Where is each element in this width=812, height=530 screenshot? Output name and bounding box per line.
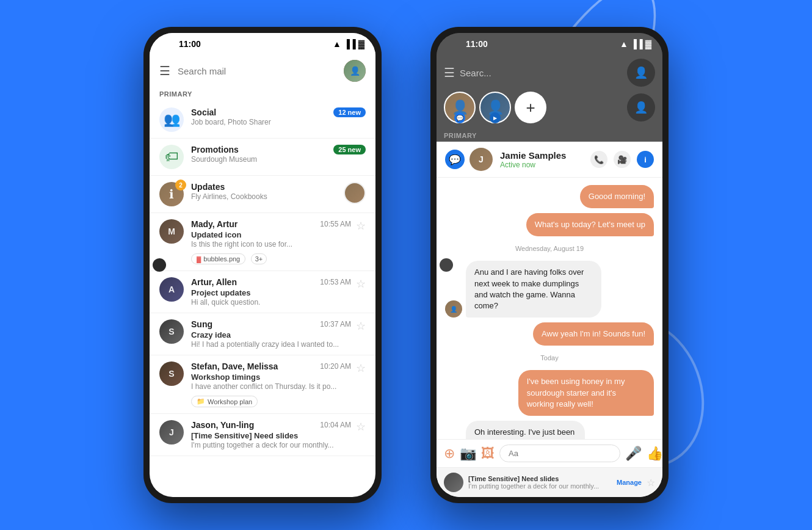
email-sung[interactable]: S Sung 10:37 AM Crazy idea Hi! I had a p… <box>150 313 375 355</box>
attachment-row-mady: ▓ bubbles.png 3+ <box>191 251 351 264</box>
star-icon-mady[interactable]: ☆ <box>356 219 366 233</box>
chat-avatar-init: J <box>479 154 484 164</box>
notch-circle <box>153 258 166 272</box>
email-jason[interactable]: J Jason, Yun-ling 10:04 AM [Time Sensiti… <box>150 414 375 456</box>
time-mady: 10:55 AM <box>320 220 351 228</box>
time-artur: 10:53 AM <box>320 278 351 286</box>
star-icon-jason[interactable]: ☆ <box>356 420 366 434</box>
notif-preview: I'm putting together a deck for our mont… <box>468 482 612 490</box>
add-contact-button[interactable]: + <box>515 92 546 123</box>
chat-contact-name: Jamie Samples <box>500 150 566 161</box>
thumbs-up-icon[interactable]: 👍 <box>647 446 662 462</box>
category-updates[interactable]: ℹ 2 Updates Fly Airlines, Cookbooks <box>150 176 375 213</box>
email-stefan-content: Stefan, Dave, Melissa 10:20 AM Workshop … <box>191 361 351 407</box>
image-icon[interactable]: 🖼 <box>481 446 495 462</box>
hamburger-icon-2[interactable]: ☰ <box>444 65 455 80</box>
msg-text-5: I've been using honey in my sourdough st… <box>527 377 625 408</box>
add-media-icon[interactable]: ⊕ <box>444 446 455 462</box>
bottom-notif[interactable]: [Time Sensitive] Need slides I'm putting… <box>437 467 662 497</box>
video-call-button[interactable]: 🎥 <box>614 151 631 168</box>
subject-jason: [Time Sensitive] Need slides <box>191 431 351 440</box>
message-input[interactable] <box>499 445 620 462</box>
msg-row-3: 👤 Anu and I are having folks over next w… <box>445 261 654 318</box>
preview-sung: Hi! I had a potentially crazy idea I wan… <box>191 340 351 349</box>
promo-name: Promotions <box>191 145 239 154</box>
messenger-icon-header: 💬 <box>445 150 465 169</box>
msg-text-1: Goood morning! <box>589 192 645 201</box>
msg-row-1: Goood morning! <box>445 185 654 208</box>
phone-messenger: 11:00 ▲ ▐▐ ▓ ☰ Searc... 👤 👤 <box>430 27 669 503</box>
primary-label-dark: PRIMARY <box>437 129 662 142</box>
email-mady-artur[interactable]: M Mady, Artur 10:55 AM Updated icon Is t… <box>150 213 375 271</box>
email-jason-content: Jason, Yun-ling 10:04 AM [Time Sensitive… <box>191 420 351 449</box>
dark-avatar[interactable]: 👤 <box>627 59 655 87</box>
mail-right-artur: ☆ <box>351 277 366 291</box>
notif-subject: [Time Sensitive] Need slides <box>468 475 612 482</box>
hamburger-icon[interactable]: ☰ <box>159 64 170 78</box>
msg-group-received: Oh interesting. I've just been adding mo… <box>466 421 649 439</box>
updates-count-badge: 2 <box>175 180 186 191</box>
messenger-badge-2: ▶ <box>490 112 501 123</box>
phones-container: 11:00 ▲ ▐▐ ▓ ☰ 👤 PRIMARY <box>143 27 669 503</box>
signal-icon-2: ▐▐ <box>631 39 643 49</box>
avatar-jason: J <box>159 420 184 445</box>
messenger-header: ☰ Searc... 👤 👤 💬 👤 <box>437 55 662 129</box>
social-badge: 12 new <box>333 107 366 117</box>
promo-content: Promotions 25 new Sourdough Museum <box>191 145 366 164</box>
msg-bubble-6: Oh interesting. I've just been adding mo… <box>466 421 585 439</box>
microphone-icon[interactable]: 🎤 <box>625 446 642 462</box>
notif-star-icon[interactable]: ☆ <box>647 477 655 488</box>
phone-call-button[interactable]: 📞 <box>590 151 607 168</box>
star-icon-sung[interactable]: ☆ <box>356 319 366 333</box>
msg-bubble-1: Goood morning! <box>580 185 654 208</box>
status-icons: ▲ ▐▐ ▓ <box>333 39 364 49</box>
contact-bubble-1[interactable]: 👤 💬 <box>444 92 476 123</box>
status-time: 11:00 <box>179 39 201 49</box>
sender-stefan: Stefan, Dave, Melissa <box>191 361 278 371</box>
notif-content: [Time Sensitive] Need slides I'm putting… <box>468 475 612 490</box>
phone-gmail: 11:00 ▲ ▐▐ ▓ ☰ 👤 PRIMARY <box>143 27 382 503</box>
user-avatar[interactable]: 👤 <box>344 60 366 82</box>
contacts-row: 👤 💬 👤 ▶ + 👤 <box>444 92 655 123</box>
category-promotions[interactable]: 🏷 Promotions 25 new Sourdough Museum <box>150 139 375 176</box>
contact-bubble-2[interactable]: 👤 ▶ <box>479 92 511 123</box>
folder-icon-stefan: 📁 <box>197 398 205 405</box>
email-stefan[interactable]: S Stefan, Dave, Melissa 10:20 AM Worksho… <box>150 355 375 414</box>
notif-manage-button[interactable]: Manage <box>617 479 642 486</box>
avatar-stefan: S <box>159 361 184 386</box>
star-icon-artur[interactable]: ☆ <box>356 277 366 291</box>
attachment-tag-stefan: 📁 Workshop plan <box>191 396 258 407</box>
mail-right-sung: ☆ <box>351 319 366 333</box>
avatar-artur: A <box>159 277 184 302</box>
mail-right-mady: ☆ <box>351 219 366 233</box>
search-bar[interactable]: ☰ 👤 <box>150 55 375 87</box>
msg-row-4: Aww yeah I'm in! Sounds fun! <box>445 322 654 346</box>
attachment-row-stefan: 📁 Workshop plan <box>191 393 351 407</box>
sender-mady: Mady, Artur <box>191 219 237 229</box>
email-sung-content: Sung 10:37 AM Crazy idea Hi! I had a pot… <box>191 319 351 349</box>
email-artur-allen[interactable]: A Artur, Allen 10:53 AM Project updates … <box>150 271 375 313</box>
camera-icon[interactable]: 📷 <box>460 446 476 462</box>
msg-text-2: What's up today? Let's meet up <box>535 220 645 229</box>
category-social[interactable]: 👥 Social 12 new Job board, Photo Sharer <box>150 101 375 139</box>
star-icon-stefan[interactable]: ☆ <box>356 361 366 375</box>
msg-text-3: Anu and I are having folks over next wee… <box>474 267 584 310</box>
mail-right-stefan: ☆ <box>351 361 366 375</box>
msg-bubble-4: Aww yeah I'm in! Sounds fun! <box>533 322 654 346</box>
status-bar-messenger: 11:00 ▲ ▐▐ ▓ <box>437 33 662 55</box>
updates-right <box>344 182 366 204</box>
time-stefan: 10:20 AM <box>320 362 351 371</box>
chat-contact-info: Jamie Samples Active now <box>500 150 566 169</box>
messenger-search-row: ☰ Searc... 👤 <box>444 59 655 87</box>
search-input[interactable] <box>178 66 336 76</box>
promo-subtitle: Sourdough Museum <box>191 155 366 164</box>
info-button[interactable]: i <box>637 151 654 168</box>
msg-row-5: I've been using honey in my sourdough st… <box>445 370 654 416</box>
preview-stefan: I have another conflict on Thursday. Is … <box>191 382 351 391</box>
subject-artur: Project updates <box>191 288 351 297</box>
social-subtitle: Job board, Photo Sharer <box>191 118 366 126</box>
sender-sung: Sung <box>191 319 212 329</box>
contact-bubble-3[interactable]: 👤 <box>627 93 655 122</box>
attachment-name-stefan: Workshop plan <box>208 398 252 405</box>
notch-circle-2 <box>440 258 453 272</box>
